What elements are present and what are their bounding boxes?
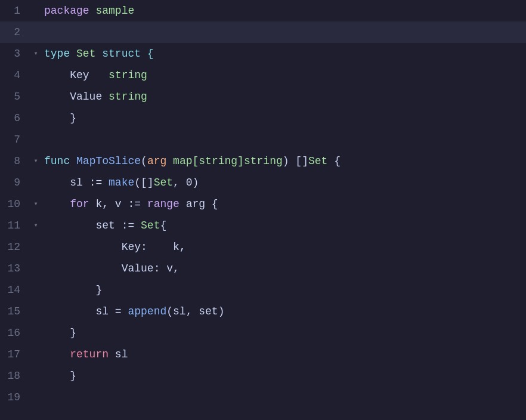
code-line: 10▾ for k, v := range arg {: [0, 193, 526, 215]
line-number: 3: [0, 43, 30, 64]
code-content: }: [42, 279, 526, 301]
line-number: 2: [0, 21, 30, 43]
code-line: 7▾: [0, 129, 526, 150]
fold-arrow[interactable]: ▾: [30, 215, 42, 236]
code-line: 14▾ }: [0, 279, 526, 301]
code-content: set := Set{: [42, 215, 526, 236]
line-number: 9: [0, 172, 30, 193]
fold-arrow[interactable]: ▾: [30, 193, 42, 215]
line-number: 19: [0, 387, 30, 408]
code-line: 1▾package sample: [0, 0, 526, 21]
code-content: sl = append(sl, set): [42, 301, 526, 322]
code-line: 18▾ }: [0, 365, 526, 387]
line-number: 5: [0, 86, 30, 107]
code-line: 19▾: [0, 387, 526, 408]
code-line: 15▾ sl = append(sl, set): [0, 301, 526, 322]
line-number: 8: [0, 150, 30, 172]
code-content: sl := make([]Set, 0): [42, 172, 526, 193]
line-number: 11: [0, 215, 30, 236]
code-content: Key string: [42, 64, 526, 86]
line-number: 12: [0, 236, 30, 258]
code-line: 13▾ Value: v,: [0, 258, 526, 279]
code-content: }: [42, 107, 526, 129]
line-number: 4: [0, 64, 30, 86]
code-editor: 1▾package sample2▾3▾type Set struct {4▾ …: [0, 0, 526, 420]
line-number: 18: [0, 365, 30, 387]
line-number: 1: [0, 0, 30, 21]
code-content: }: [42, 365, 526, 387]
code-content: Value: v,: [42, 258, 526, 279]
line-number: 13: [0, 258, 30, 279]
line-number: 6: [0, 107, 30, 129]
code-content: func MapToSlice(arg map[string]string) […: [42, 150, 526, 172]
code-line: 16▾ }: [0, 322, 526, 344]
fold-arrow[interactable]: ▾: [30, 43, 42, 64]
code-line: 2▾: [0, 21, 526, 43]
code-content: Value string: [42, 86, 526, 107]
code-line: 8▾func MapToSlice(arg map[string]string)…: [0, 150, 526, 172]
code-line: 17▾ return sl: [0, 344, 526, 365]
code-line: 9▾ sl := make([]Set, 0): [0, 172, 526, 193]
code-line: 5▾ Value string: [0, 86, 526, 107]
code-line: 12▾ Key: k,: [0, 236, 526, 258]
code-content: package sample: [42, 0, 526, 21]
code-line: 3▾type Set struct {: [0, 43, 526, 64]
code-line: 4▾ Key string: [0, 64, 526, 86]
code-content: for k, v := range arg {: [42, 193, 526, 215]
line-number: 16: [0, 322, 30, 344]
line-number: 17: [0, 344, 30, 365]
line-number: 15: [0, 301, 30, 322]
fold-arrow[interactable]: ▾: [30, 150, 42, 172]
code-content: }: [42, 322, 526, 344]
line-number: 10: [0, 193, 30, 215]
code-content: Key: k,: [42, 236, 526, 258]
line-number: 7: [0, 129, 30, 150]
code-line: 6▾ }: [0, 107, 526, 129]
code-content: type Set struct {: [42, 43, 526, 64]
code-line: 11▾ set := Set{: [0, 215, 526, 236]
code-content: return sl: [42, 344, 526, 365]
line-number: 14: [0, 279, 30, 301]
